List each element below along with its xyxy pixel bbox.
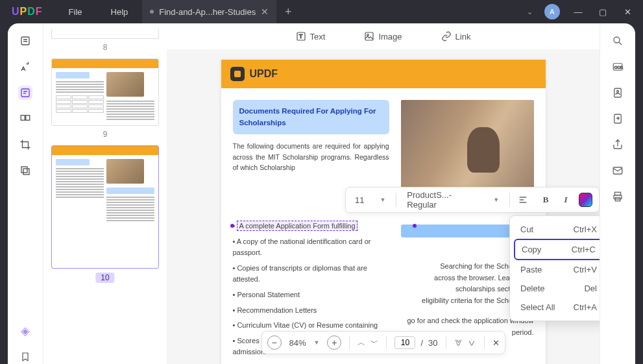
organize-tool-icon[interactable] bbox=[18, 112, 32, 126]
thumbnail-page-8[interactable] bbox=[51, 29, 159, 39]
link-tool[interactable]: Link bbox=[441, 31, 471, 42]
reader-tool-icon[interactable] bbox=[18, 34, 32, 48]
font-size-dropdown[interactable]: 11▼ bbox=[352, 195, 388, 205]
collapse-icon[interactable]: ⩒ bbox=[468, 338, 476, 348]
bullet-item: • Recommendation Letters bbox=[233, 305, 389, 317]
menu-help[interactable]: Help bbox=[97, 7, 143, 17]
title-bar-right: ⌄ A — ▢ ✕ bbox=[527, 4, 643, 19]
bookmark-icon[interactable] bbox=[18, 350, 32, 364]
document-viewport: TText Image Link UPDF Documents Required… bbox=[167, 23, 600, 364]
share-icon[interactable] bbox=[611, 138, 625, 152]
svg-rect-6 bbox=[21, 115, 25, 121]
bullet-item: • Personal Statement bbox=[233, 289, 389, 301]
ctx-copy[interactable]: CopyCtrl+C bbox=[514, 239, 600, 260]
doc-header: UPDF bbox=[221, 60, 546, 88]
svg-rect-9 bbox=[23, 169, 29, 175]
prev-page-icon[interactable]: ︿ bbox=[358, 337, 365, 348]
doc-logo-icon bbox=[230, 67, 245, 81]
thumbnail-page-10[interactable] bbox=[51, 145, 159, 269]
svg-rect-14 bbox=[234, 71, 241, 77]
page-number-8: 8 bbox=[51, 43, 159, 52]
text-tool[interactable]: TText bbox=[296, 31, 326, 42]
svg-rect-8 bbox=[21, 167, 27, 173]
page-total: 30 bbox=[428, 338, 437, 348]
svg-point-18 bbox=[614, 37, 620, 43]
svg-rect-24 bbox=[614, 114, 622, 123]
maximize-button[interactable]: ▢ bbox=[596, 7, 609, 17]
main-area: ◈ 8 9 bbox=[8, 23, 635, 364]
app-logo: UPDF bbox=[0, 6, 55, 18]
ocr-icon[interactable]: OCR bbox=[611, 60, 625, 74]
redact-tool-icon[interactable] bbox=[18, 164, 32, 178]
svg-text:OCR: OCR bbox=[614, 66, 624, 69]
ctx-select-all[interactable]: Select AllCtrl+A bbox=[514, 298, 600, 317]
close-bar-icon[interactable]: ✕ bbox=[492, 338, 500, 348]
zoom-in-button[interactable]: + bbox=[327, 335, 341, 350]
hero-photo bbox=[401, 100, 534, 191]
left-toolbar: ◈ bbox=[8, 23, 43, 364]
page-nav-bar: − 84%▼ + ︿ ﹀ / 30 ⩔ ⩒ ✕ bbox=[261, 331, 505, 354]
ctx-delete[interactable]: DeleteDel bbox=[514, 279, 600, 298]
svg-point-23 bbox=[617, 90, 619, 92]
search-icon[interactable] bbox=[611, 34, 625, 48]
italic-icon[interactable]: I bbox=[559, 195, 574, 205]
page-number-10: 10 bbox=[95, 273, 114, 283]
tab-label: Find-and-Ap...her-Studies bbox=[159, 7, 256, 17]
close-window-button[interactable]: ✕ bbox=[621, 7, 634, 17]
right-toolbar: OCR bbox=[600, 23, 635, 364]
email-icon[interactable] bbox=[611, 164, 625, 178]
thumbnail-panel: 8 9 10 bbox=[43, 23, 167, 364]
svg-text:T: T bbox=[298, 33, 302, 40]
title-bar: UPDF File Help Find-and-Ap...her-Studies… bbox=[0, 0, 643, 23]
tab-indicator-icon bbox=[150, 10, 154, 14]
doc-brand: UPDF bbox=[250, 68, 278, 80]
image-tool[interactable]: Image bbox=[364, 31, 402, 42]
convert-icon[interactable] bbox=[611, 112, 625, 126]
menu-file[interactable]: File bbox=[55, 7, 97, 17]
print-icon[interactable] bbox=[611, 189, 625, 204]
selected-text[interactable]: A complete Application Form fulfilling bbox=[237, 221, 357, 231]
section-heading: Documents Required For Applying For Scho… bbox=[233, 100, 389, 134]
ctx-paste[interactable]: PasteCtrl+V bbox=[514, 260, 600, 279]
new-tab-button[interactable]: + bbox=[276, 5, 300, 19]
minimize-button[interactable]: — bbox=[572, 7, 585, 17]
format-toolbar: 11▼ ProductS...-Regular▼ B I bbox=[345, 187, 600, 213]
svg-line-19 bbox=[619, 42, 622, 45]
chevron-down-icon[interactable]: ⌄ bbox=[527, 8, 533, 16]
form-icon[interactable] bbox=[611, 86, 625, 100]
thumbnail-page-9[interactable] bbox=[51, 58, 159, 126]
intro-paragraph: The following documents are required for… bbox=[233, 141, 389, 173]
bullet-item: • Curriculum Vitae (CV) or Resume contai… bbox=[233, 320, 389, 332]
zoom-dropdown[interactable]: 84%▼ bbox=[286, 338, 322, 348]
ctx-cut[interactable]: CutCtrl+X bbox=[514, 220, 600, 239]
svg-rect-0 bbox=[21, 37, 29, 45]
align-icon[interactable] bbox=[518, 195, 533, 205]
page-number-9: 9 bbox=[51, 130, 159, 139]
bullet-item: • Copies of transcripts or diplomas that… bbox=[233, 263, 389, 285]
comment-tool-icon[interactable] bbox=[18, 60, 32, 74]
edit-tool-icon[interactable] bbox=[18, 86, 32, 100]
page-number-input[interactable] bbox=[394, 336, 415, 349]
bullet-item: • A copy of the national identification … bbox=[233, 236, 389, 259]
page-sep: / bbox=[420, 338, 423, 348]
svg-rect-22 bbox=[614, 88, 622, 97]
edit-toolbar: TText Image Link bbox=[167, 23, 600, 49]
svg-rect-12 bbox=[365, 32, 373, 40]
next-page-icon[interactable]: ﹀ bbox=[370, 337, 378, 348]
context-menu: CutCtrl+X CopyCtrl+C PasteCtrl+V DeleteD… bbox=[509, 215, 600, 321]
expand-down-icon[interactable]: ⩔ bbox=[454, 338, 463, 348]
svg-rect-3 bbox=[21, 89, 29, 97]
tab-close-icon[interactable]: ✕ bbox=[261, 6, 269, 17]
svg-point-13 bbox=[367, 34, 369, 36]
text-color-swatch[interactable] bbox=[579, 193, 592, 207]
document-tab[interactable]: Find-and-Ap...her-Studies ✕ bbox=[142, 0, 276, 23]
svg-rect-7 bbox=[26, 115, 30, 121]
crop-tool-icon[interactable] bbox=[18, 138, 32, 152]
bold-icon[interactable]: B bbox=[538, 195, 553, 205]
font-family-dropdown[interactable]: ProductS...-Regular▼ bbox=[404, 190, 502, 210]
zoom-out-button[interactable]: − bbox=[267, 335, 281, 350]
layers-icon[interactable]: ◈ bbox=[18, 324, 32, 338]
user-avatar[interactable]: A bbox=[544, 4, 560, 19]
